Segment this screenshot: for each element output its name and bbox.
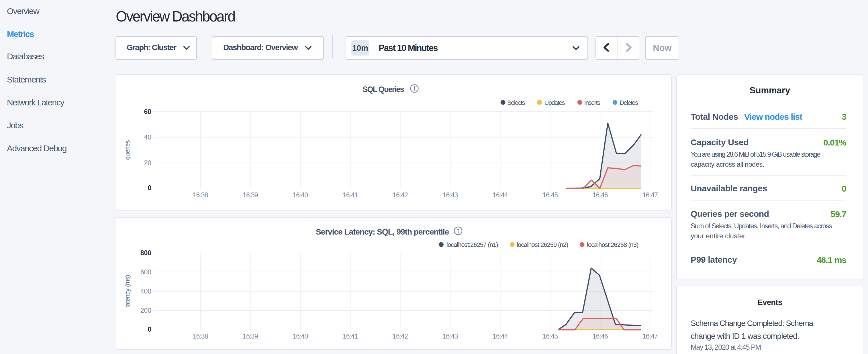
svg-text:Service Latency: SQL, 99th per: Service Latency: SQL, 99th percentile — [316, 227, 449, 236]
svg-text:16:43: 16:43 — [443, 332, 458, 340]
svg-text:16:46: 16:46 — [593, 191, 608, 199]
svg-text:16:44: 16:44 — [493, 332, 508, 340]
svg-text:400: 400 — [141, 288, 151, 295]
svg-text:localhost:26258 (n3): localhost:26258 (n3) — [587, 241, 638, 248]
svg-text:latency (ms): latency (ms) — [124, 275, 131, 308]
svg-text:16:40: 16:40 — [293, 332, 308, 340]
svg-text:0: 0 — [148, 326, 151, 333]
svg-text:Deletes: Deletes — [620, 99, 638, 106]
svg-text:60: 60 — [144, 108, 151, 116]
svg-text:16:39: 16:39 — [243, 191, 258, 199]
svg-text:16:39: 16:39 — [243, 332, 258, 340]
svg-text:16:44: 16:44 — [493, 191, 508, 199]
svg-text:16:38: 16:38 — [193, 332, 208, 340]
svg-text:0: 0 — [148, 184, 151, 192]
svg-text:16:42: 16:42 — [393, 332, 408, 340]
svg-text:600: 600 — [141, 268, 151, 276]
svg-text:16:47: 16:47 — [643, 191, 658, 199]
svg-text:800: 800 — [141, 249, 151, 257]
svg-text:16:43: 16:43 — [443, 191, 458, 199]
svg-text:queries: queries — [124, 140, 131, 160]
svg-text:16:47: 16:47 — [643, 332, 658, 340]
svg-text:16:45: 16:45 — [543, 191, 558, 199]
svg-text:16:38: 16:38 — [193, 191, 208, 199]
svg-text:16:45: 16:45 — [543, 332, 558, 340]
svg-text:SQL Queries: SQL Queries — [363, 85, 404, 94]
svg-text:20: 20 — [144, 159, 151, 167]
svg-text:Inserts: Inserts — [584, 99, 600, 106]
svg-text:16:41: 16:41 — [343, 191, 358, 199]
svg-text:16:40: 16:40 — [293, 191, 308, 199]
svg-text:localhost:26257 (n1): localhost:26257 (n1) — [446, 241, 498, 248]
svg-text:Selects: Selects — [507, 99, 525, 106]
svg-text:16:42: 16:42 — [393, 191, 408, 199]
svg-text:16:46: 16:46 — [593, 332, 608, 340]
svg-text:200: 200 — [141, 307, 151, 314]
svg-text:localhost:26259 (n2): localhost:26259 (n2) — [517, 241, 568, 248]
svg-text:40: 40 — [144, 133, 151, 141]
svg-text:16:41: 16:41 — [343, 332, 358, 340]
svg-text:Updates: Updates — [545, 99, 565, 106]
